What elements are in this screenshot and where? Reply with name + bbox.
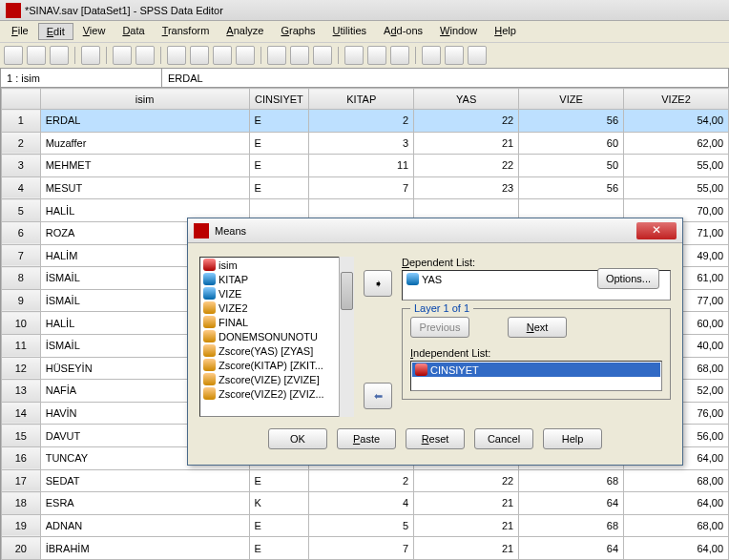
cell-yas[interactable]: 21 <box>414 537 519 560</box>
variable-item[interactable]: VIZE2 <box>200 301 353 315</box>
row-number[interactable]: 8 <box>2 267 41 290</box>
table-row[interactable]: 17 SEDAT E 2 22 68 68,00 <box>2 469 729 492</box>
row-number[interactable]: 16 <box>2 446 41 469</box>
row-number[interactable]: 11 <box>2 334 41 357</box>
variable-item[interactable]: isim <box>200 258 353 272</box>
row-number[interactable]: 3 <box>2 155 41 177</box>
menu-edit[interactable]: Edit <box>38 23 73 40</box>
cell-isim[interactable]: MESUT <box>40 176 249 199</box>
row-number[interactable]: 17 <box>2 469 41 492</box>
paste-button[interactable]: Paste <box>337 428 396 449</box>
col-header-yas[interactable]: YAS <box>414 89 519 110</box>
cell-vize2[interactable]: 64,00 <box>624 537 729 560</box>
col-header-cinsiyet[interactable]: CINSIYET <box>249 89 309 110</box>
cell-isim[interactable]: ERDAL <box>40 110 249 133</box>
col-header-isim[interactable]: isim <box>40 89 249 110</box>
help-button[interactable]: Help <box>543 428 602 449</box>
cell-value[interactable]: ERDAL <box>162 69 729 87</box>
col-header-vize[interactable]: VIZE <box>519 89 624 110</box>
variable-item[interactable]: Zscore(VIZE) [ZVIZE] <box>200 372 353 386</box>
cell-isim[interactable]: ESRA <box>40 492 249 515</box>
cell-cinsiyet[interactable]: E <box>249 132 309 155</box>
insert-var-icon[interactable] <box>290 46 309 65</box>
options-button[interactable]: Options... <box>597 268 659 289</box>
variable-item[interactable]: DONEMSONUNOTU <box>200 329 353 343</box>
row-number[interactable]: 14 <box>2 402 41 425</box>
variable-item[interactable]: KITAP <box>200 272 353 286</box>
menu-file[interactable]: File <box>4 23 36 40</box>
table-row[interactable]: 1 ERDAL E 2 22 56 54,00 <box>2 110 729 133</box>
undo-icon[interactable] <box>113 46 132 65</box>
row-number[interactable]: 7 <box>2 244 41 267</box>
cell-vize[interactable]: 64 <box>519 492 624 515</box>
dialog-recall-icon[interactable] <box>81 46 100 65</box>
variable-item[interactable]: VIZE <box>200 286 353 301</box>
cell-cinsiyet[interactable]: E <box>249 537 309 560</box>
table-row[interactable]: 3 MEHMET E 11 22 50 55,00 <box>2 155 729 177</box>
variables-icon[interactable] <box>213 46 232 65</box>
row-number[interactable]: 9 <box>2 289 41 312</box>
move-to-dependent-button[interactable]: ➧ <box>364 270 392 297</box>
row-number[interactable]: 4 <box>2 176 41 199</box>
close-button[interactable]: ✕ <box>636 222 677 239</box>
variable-item[interactable]: Zscore(VIZE2) [ZVIZ... <box>200 386 353 401</box>
cell-vize[interactable]: 68 <box>519 514 624 537</box>
menu-graphs[interactable]: Graphs <box>273 23 323 40</box>
variable-item[interactable]: Zscore(YAS) [ZYAS] <box>200 343 353 358</box>
row-number[interactable]: 12 <box>2 357 41 380</box>
table-row[interactable]: 2 Muzaffer E 3 21 60 62,00 <box>2 132 729 155</box>
cancel-button[interactable]: Cancel <box>474 428 533 449</box>
col-header-vize2[interactable]: VIZE2 <box>624 89 729 110</box>
row-number[interactable]: 1 <box>2 110 41 133</box>
row-number[interactable]: 18 <box>2 492 41 515</box>
cell-kitap[interactable]: 7 <box>309 537 414 560</box>
cell-isim[interactable]: İBRAHİM <box>40 537 249 560</box>
spell-icon[interactable] <box>468 46 487 65</box>
menu-transform[interactable]: Transform <box>155 23 218 40</box>
cell-kitap[interactable]: 11 <box>309 155 414 177</box>
cell-vize2[interactable]: 64,00 <box>624 492 729 515</box>
open-icon[interactable] <box>4 46 23 65</box>
menu-data[interactable]: Data <box>115 23 152 40</box>
save-icon[interactable] <box>27 46 46 65</box>
independent-list[interactable]: CINSIYET <box>410 361 662 391</box>
cell-vize[interactable]: 56 <box>519 110 624 133</box>
cell-yas[interactable]: 21 <box>414 492 519 515</box>
cell-yas[interactable]: 21 <box>414 514 519 537</box>
cell-kitap[interactable]: 3 <box>309 132 414 155</box>
scrollbar[interactable] <box>339 257 354 417</box>
move-to-independent-button[interactable]: ⬅ <box>364 383 392 409</box>
row-number[interactable]: 13 <box>2 380 41 403</box>
cell-vize2[interactable]: 54,00 <box>624 110 729 133</box>
cell-kitap[interactable]: 2 <box>309 469 414 492</box>
cell-address[interactable]: 1 : isim <box>0 69 162 87</box>
cell-cinsiyet[interactable]: E <box>249 110 309 133</box>
cell-kitap[interactable]: 5 <box>309 514 414 537</box>
print-icon[interactable] <box>50 46 69 65</box>
cell-vize[interactable]: 60 <box>519 132 624 155</box>
cell-vize[interactable]: 68 <box>519 469 624 492</box>
cell-vize2[interactable]: 68,00 <box>624 469 729 492</box>
table-row[interactable]: 20 İBRAHİM E 7 21 64 64,00 <box>2 537 729 560</box>
row-number[interactable]: 15 <box>2 425 41 447</box>
row-number[interactable]: 2 <box>2 132 41 155</box>
cell-vize2[interactable]: 68,00 <box>624 514 729 537</box>
row-number[interactable]: 6 <box>2 221 41 244</box>
cell-vize[interactable]: 56 <box>519 176 624 199</box>
variable-list[interactable]: isimKITAPVIZEVIZE2FINALDONEMSONUNOTUZsco… <box>199 257 354 417</box>
dialog-title-bar[interactable]: Means ✕ <box>188 218 682 243</box>
row-number[interactable]: 19 <box>2 514 41 537</box>
scroll-thumb[interactable] <box>341 272 353 310</box>
table-row[interactable]: 18 ESRA K 4 21 64 64,00 <box>2 492 729 515</box>
cell-vize2[interactable]: 62,00 <box>624 132 729 155</box>
variable-item[interactable]: Zscore(KITAP) [ZKIT... <box>200 358 353 372</box>
cell-isim[interactable]: Muzaffer <box>40 132 249 155</box>
cell-kitap[interactable]: 7 <box>309 176 414 199</box>
cell-isim[interactable]: SEDAT <box>40 469 249 492</box>
cell-kitap[interactable]: 4 <box>309 492 414 515</box>
row-number[interactable]: 5 <box>2 199 41 222</box>
select-icon[interactable] <box>367 46 386 65</box>
goto-case-icon[interactable] <box>167 46 186 65</box>
col-header-kitap[interactable]: KITAP <box>309 89 414 110</box>
cell-yas[interactable]: 22 <box>414 155 519 177</box>
